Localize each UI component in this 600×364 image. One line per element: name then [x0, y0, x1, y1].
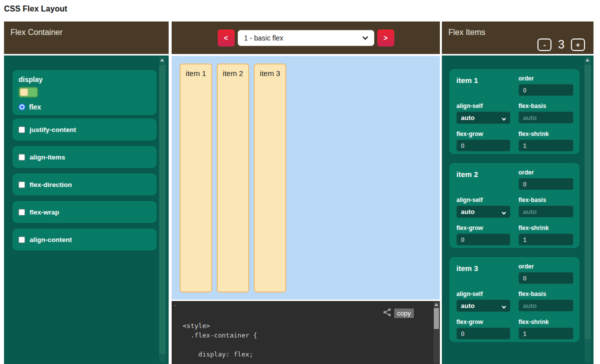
align-content-checkbox[interactable]	[19, 236, 25, 243]
item-2-card: item 2 order align-self auto flex-basis …	[449, 163, 579, 248]
align-items-card: align-items	[13, 146, 157, 168]
justify-content-card: justify-content	[13, 118, 157, 140]
code-line	[183, 340, 257, 350]
code-scrollbar-thumb[interactable]	[434, 308, 439, 329]
left-panel-scrollbar[interactable]	[159, 57, 166, 362]
item-2-title: item 2	[456, 170, 510, 190]
code-scrollbar[interactable]	[433, 302, 439, 364]
item-3-order-input[interactable]	[518, 272, 573, 284]
item-2-flex-shrink-input[interactable]	[518, 234, 573, 246]
flex-direction-card: flex-direction	[13, 174, 157, 196]
left-panel-scrollbar-thumb[interactable]	[159, 65, 166, 354]
item-1-flex-grow-field: flex-grow	[456, 130, 510, 152]
code-line: .flex-container {	[183, 330, 257, 340]
item-3-flex-shrink-input[interactable]	[518, 328, 573, 340]
remove-item-button[interactable]: -	[537, 38, 551, 51]
right-panel-scrollbar[interactable]	[584, 57, 591, 362]
flex-grow-label: flex-grow	[456, 130, 510, 138]
item-3-align-self-select[interactable]: auto	[456, 300, 510, 312]
add-item-button[interactable]: +	[571, 38, 585, 51]
item-2-flex-grow-input[interactable]	[456, 234, 510, 246]
flex-direction-label: flex-direction	[30, 181, 72, 188]
right-panel-scrollbar-thumb[interactable]	[584, 65, 591, 339]
flex-container-panel-body: display flex justify-content align-items…	[4, 56, 169, 364]
align-items-checkbox[interactable]	[19, 154, 25, 160]
item-2-order-input[interactable]	[518, 178, 573, 190]
scroll-up-arrow-icon[interactable]	[160, 58, 164, 62]
code-block: <style> .flex-container { display: flex;	[183, 321, 257, 359]
align-self-label: align-self	[456, 290, 510, 298]
flex-shrink-label: flex-shrink	[518, 224, 573, 232]
item-1-flex-basis-input[interactable]	[518, 112, 573, 124]
item-1-card: item 1 order align-self auto flex-basis …	[449, 69, 579, 154]
item-1-flex-shrink-input[interactable]	[518, 140, 573, 152]
flex-basis-label: flex-basis	[518, 290, 573, 298]
flex-radio-dot	[21, 106, 24, 108]
code-corner-dot: .	[174, 300, 176, 308]
flex-basis-label: flex-basis	[518, 102, 573, 110]
flex-wrap-card: flex-wrap	[13, 201, 157, 223]
flex-shrink-label: flex-shrink	[518, 130, 573, 138]
display-property-card: display flex	[13, 70, 157, 115]
flex-radio[interactable]	[19, 104, 26, 110]
stage-flex-item-1: item 1	[180, 64, 212, 292]
flex-grow-label: flex-grow	[456, 318, 510, 326]
item-1-flex-shrink-field: flex-shrink	[518, 130, 573, 152]
item-2-flex-grow-field: flex-grow	[456, 224, 510, 246]
item-3-title: item 3	[456, 264, 510, 284]
preset-nav-header: < 1 - basic flex >	[172, 22, 440, 54]
item-1-order-input[interactable]	[518, 84, 573, 96]
flex-radio-label: flex	[29, 103, 41, 111]
justify-content-label: justify-content	[30, 126, 76, 134]
stage-flex-item-2: item 2	[217, 64, 249, 292]
display-toggle-knob[interactable]	[20, 88, 28, 96]
flex-container-stage: item 1 item 2 item 3	[172, 56, 440, 300]
item-3-flex-grow-input[interactable]	[456, 328, 510, 340]
prev-preset-button[interactable]: <	[218, 30, 235, 46]
item-3-order-field: order	[518, 263, 573, 284]
align-self-label: align-self	[456, 196, 510, 204]
scroll-up-arrow-icon[interactable]	[585, 58, 589, 62]
page-title: CSS Flex Layout	[4, 4, 67, 14]
item-1-align-self-field: align-self auto	[456, 102, 510, 124]
item-2-order-field: order	[518, 169, 573, 190]
item-2-align-self-field: align-self auto	[456, 196, 510, 218]
flex-direction-checkbox[interactable]	[19, 182, 25, 188]
item-3-flex-basis-field: flex-basis	[518, 290, 573, 312]
align-content-card: align-content	[13, 228, 157, 250]
item-3-align-self-field: align-self auto	[456, 290, 510, 312]
code-line: display: flex;	[183, 350, 257, 359]
flex-items-panel-body: item 1 order align-self auto flex-basis …	[442, 56, 593, 364]
item-1-flex-basis-field: flex-basis	[518, 102, 573, 124]
item-2-flex-basis-input[interactable]	[518, 206, 573, 218]
order-label: order	[518, 263, 573, 270]
order-label: order	[518, 75, 573, 82]
copy-code-button[interactable]: copy	[394, 308, 414, 318]
flex-basis-label: flex-basis	[518, 196, 573, 204]
flex-items-panel-header: Flex Items - 3 +	[442, 22, 593, 54]
align-self-label: align-self	[456, 102, 510, 110]
item-1-order-field: order	[518, 75, 573, 96]
item-3-flex-basis-input[interactable]	[518, 300, 573, 312]
share-icon[interactable]	[383, 308, 391, 318]
flex-grow-label: flex-grow	[456, 224, 510, 232]
justify-content-checkbox[interactable]	[19, 126, 25, 133]
item-count: 3	[558, 38, 564, 52]
flex-wrap-label: flex-wrap	[30, 208, 59, 216]
item-3-flex-grow-field: flex-grow	[456, 318, 510, 340]
flex-shrink-label: flex-shrink	[518, 318, 573, 326]
flex-wrap-checkbox[interactable]	[19, 209, 25, 216]
item-2-flex-basis-field: flex-basis	[518, 196, 573, 218]
item-2-align-self-select[interactable]: auto	[456, 206, 510, 218]
preset-select[interactable]: 1 - basic flex	[238, 30, 374, 46]
display-label: display	[19, 76, 151, 84]
item-1-align-self-select[interactable]: auto	[456, 112, 510, 124]
item-1-flex-grow-input[interactable]	[456, 140, 510, 152]
item-1-title: item 1	[456, 76, 510, 96]
next-preset-button[interactable]: >	[377, 30, 394, 46]
code-scroll-up-arrow-icon[interactable]	[434, 303, 438, 306]
display-toggle[interactable]	[19, 87, 38, 98]
align-content-label: align-content	[30, 236, 72, 244]
item-3-flex-shrink-field: flex-shrink	[518, 318, 573, 340]
order-label: order	[518, 169, 573, 176]
